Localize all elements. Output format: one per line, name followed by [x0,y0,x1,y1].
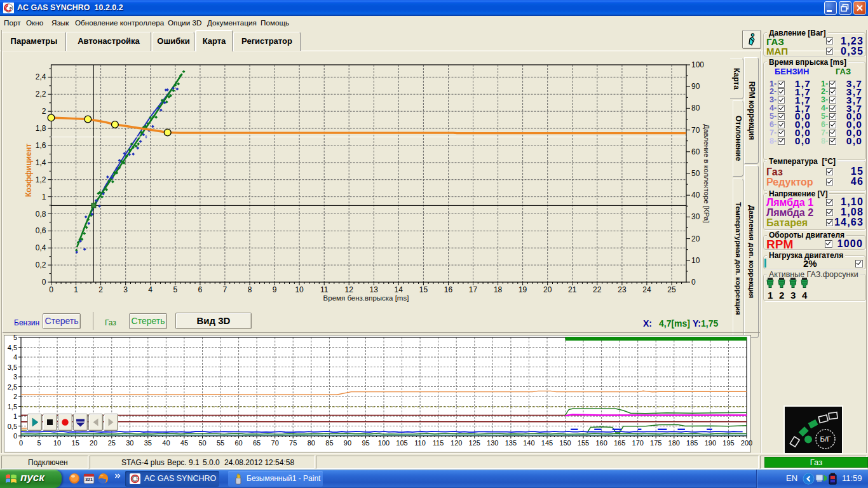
svg-text:15: 15 [72,439,79,447]
svg-text:0: 0 [13,432,17,440]
svg-text:30: 30 [126,439,133,447]
svg-text:1: 1 [13,412,17,420]
svg-text:110: 110 [414,439,426,447]
svg-text:85: 85 [325,439,333,447]
svg-text:105: 105 [396,439,407,447]
svg-text:145: 145 [541,439,553,447]
svg-text:100: 100 [378,439,390,447]
svg-text:160: 160 [595,439,607,447]
svg-text:0,5: 0,5 [8,423,17,430]
svg-text:3: 3 [13,373,17,381]
svg-text:90: 90 [344,439,351,447]
svg-text:200: 200 [741,439,752,447]
svg-text:130: 130 [487,439,498,447]
svg-text:35: 35 [144,439,152,447]
svg-text:175: 175 [650,439,661,447]
svg-text:0: 0 [19,439,23,447]
svg-text:2: 2 [13,393,17,400]
svg-text:40: 40 [162,439,170,447]
svg-text:4: 4 [13,353,17,361]
svg-text:2,5: 2,5 [8,383,17,391]
svg-text:185: 185 [686,439,698,447]
svg-text:1,5: 1,5 [8,403,17,410]
svg-text:5: 5 [37,439,41,447]
svg-text:155: 155 [578,439,589,447]
svg-text:60: 60 [234,439,242,447]
svg-text:115: 115 [433,439,444,447]
svg-text:10: 10 [53,439,61,447]
svg-text:165: 165 [614,439,625,447]
svg-text:4,5: 4,5 [8,344,17,351]
svg-text:70: 70 [271,439,279,447]
svg-text:55: 55 [217,439,224,447]
svg-text:5: 5 [13,334,17,341]
svg-text:321: 321 [85,477,93,482]
svg-text:195: 195 [722,439,734,447]
svg-text:65: 65 [253,439,261,447]
svg-text:170: 170 [632,439,644,447]
svg-text:120: 120 [451,439,462,447]
svg-text:150: 150 [559,439,571,447]
svg-text:20: 20 [90,439,97,447]
svg-text:Б/Г: Б/Г [820,435,832,443]
svg-text:80: 80 [308,439,315,447]
svg-text:135: 135 [505,439,517,447]
svg-text:75: 75 [289,439,297,447]
svg-text:125: 125 [469,439,480,447]
svg-text:190: 190 [705,439,716,447]
svg-text:50: 50 [198,439,206,447]
svg-text:140: 140 [523,439,534,447]
svg-text:95: 95 [362,439,369,447]
svg-text:180: 180 [668,439,680,447]
svg-text:25: 25 [108,439,116,447]
svg-text:45: 45 [180,439,188,447]
svg-text:3,5: 3,5 [8,363,17,371]
